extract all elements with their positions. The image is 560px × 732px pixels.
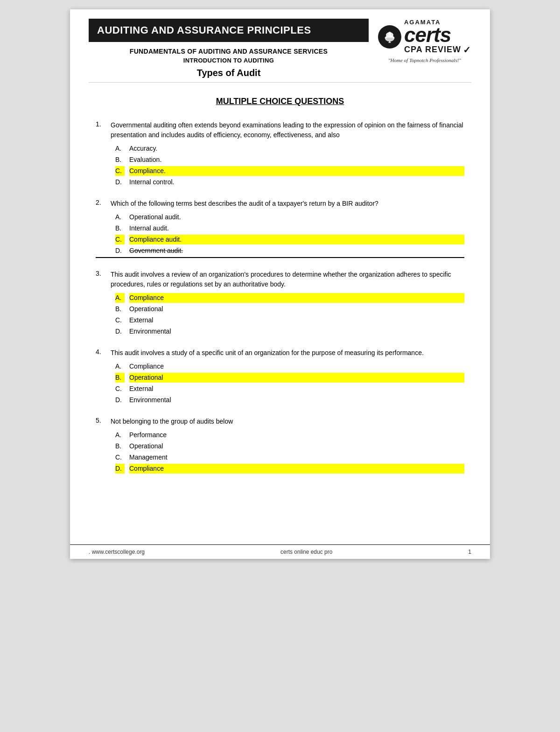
question-number: 4. (96, 348, 105, 358)
choice-item: C.External (115, 315, 464, 325)
header-left: AUDITING AND ASSURANCE PRINCIPLES FUNDAM… (89, 19, 369, 78)
choices-list: A.ComplianceB.OperationalC.ExternalD.Env… (115, 362, 464, 405)
subtitle-line2: INTRODUCTION TO AUDITING (93, 57, 364, 64)
checkmark-icon: ✓ (463, 44, 471, 56)
question-text: Which of the following terms best descri… (111, 199, 464, 209)
choices-list: A.PerformanceB.OperationalC.ManagementD.… (115, 430, 464, 474)
choice-text: Operational audit. (129, 212, 464, 222)
choice-letter: D. (115, 177, 125, 187)
choice-item: B.Operational (115, 304, 464, 314)
choice-item: D.Environmental (115, 327, 464, 336)
questions-container: 1.Governmental auditing often extends be… (96, 120, 464, 474)
choice-text: Compliance (129, 464, 464, 474)
choice-text: Internal audit. (129, 223, 464, 233)
choice-item: C.Management (115, 453, 464, 462)
choice-text: External (129, 384, 464, 394)
footer-center: certs online educ pro (280, 549, 332, 555)
choice-item: A.Compliance (115, 293, 464, 303)
choice-letter: B. (115, 441, 125, 451)
choice-letter: C. (115, 235, 125, 244)
footer: . www.certscollege.org certs online educ… (70, 544, 490, 559)
choice-text: Performance (129, 430, 464, 440)
choice-item: A.Accuracy. (115, 144, 464, 153)
choice-item: A.Compliance (115, 362, 464, 371)
question-number: 1. (96, 120, 105, 140)
choice-text: Operational (129, 373, 464, 383)
question-text: This audit involves a study of a specifi… (111, 348, 464, 358)
question-text: This audit involves a review of an organ… (111, 270, 464, 289)
logo-section: AGAMATA certs CPA REVIEW ✓ "Home of Topn… (378, 19, 471, 78)
choice-text: Management (129, 453, 464, 462)
question-3: 3.This audit involves a review of an org… (96, 270, 464, 336)
section-divider (96, 257, 464, 258)
logo-certs: certs (404, 26, 451, 44)
choice-text: Evaluation. (129, 155, 464, 165)
cpa-review-text: CPA REVIEW (404, 45, 461, 55)
choice-text: Environmental (129, 327, 464, 336)
question-row: 2.Which of the following terms best desc… (96, 199, 464, 209)
subtitle-block: FUNDAMENTALS OF AUDITING AND ASSURANCE S… (89, 48, 369, 78)
question-number: 5. (96, 417, 105, 426)
choice-text: Compliance audit. (129, 235, 464, 244)
question-number: 3. (96, 270, 105, 289)
choice-letter: C. (115, 453, 125, 462)
logo-right-text: AGAMATA certs CPA REVIEW ✓ (404, 19, 471, 56)
question-text: Governmental auditing often extends beyo… (111, 120, 464, 140)
question-4: 4.This audit involves a study of a speci… (96, 348, 464, 405)
choice-letter: A. (115, 144, 125, 153)
choice-item: B.Evaluation. (115, 155, 464, 165)
choice-letter: D. (115, 395, 125, 405)
choice-text: Compliance (129, 293, 464, 303)
choice-item: D.Internal control. (115, 177, 464, 187)
logo-wrapper: AGAMATA certs CPA REVIEW ✓ "Home of Topn… (378, 19, 471, 63)
choice-letter: B. (115, 155, 125, 165)
question-row: 5.Not belonging to the group of audits b… (96, 417, 464, 426)
choice-letter: B. (115, 373, 125, 383)
question-5: 5.Not belonging to the group of audits b… (96, 417, 464, 474)
choice-text: Operational (129, 441, 464, 451)
logo-tagline: "Home of Topnotch Professionals!" (388, 57, 461, 63)
header: AUDITING AND ASSURANCE PRINCIPLES FUNDAM… (70, 9, 490, 78)
eagle-icon (378, 25, 401, 49)
choice-item: D.Government audit. (115, 246, 464, 256)
choice-item: C.Compliance. (115, 166, 464, 176)
choice-letter: B. (115, 223, 125, 233)
choice-letter: A. (115, 362, 125, 371)
choices-list: A.Accuracy.B.Evaluation.C.Compliance.D.I… (115, 144, 464, 187)
choice-text: Government audit. (129, 246, 464, 256)
page-title: AUDITING AND ASSURANCE PRINCIPLES (89, 19, 369, 42)
choice-item: A.Operational audit. (115, 212, 464, 222)
choice-letter: D. (115, 246, 125, 256)
choice-letter: A. (115, 212, 125, 222)
choice-text: Internal control. (129, 177, 464, 187)
question-1: 1.Governmental auditing often extends be… (96, 120, 464, 187)
choice-item: C.Compliance audit. (115, 235, 464, 244)
question-number: 2. (96, 199, 105, 209)
content-area: MULTIPLE CHOICE QUESTIONS 1.Governmental… (70, 83, 490, 495)
question-row: 4.This audit involves a study of a speci… (96, 348, 464, 358)
choice-letter: D. (115, 327, 125, 336)
choice-text: External (129, 315, 464, 325)
choice-letter: A. (115, 430, 125, 440)
question-2: 2.Which of the following terms best desc… (96, 199, 464, 258)
question-row: 3.This audit involves a review of an org… (96, 270, 464, 289)
choice-letter: C. (115, 166, 125, 176)
question-text: Not belonging to the group of audits bel… (111, 417, 464, 426)
choice-item: B.Operational (115, 373, 464, 383)
choice-item: C.External (115, 384, 464, 394)
choice-item: B.Internal audit. (115, 223, 464, 233)
choice-text: Compliance (129, 362, 464, 371)
choice-item: B.Operational (115, 441, 464, 451)
choice-letter: C. (115, 315, 125, 325)
subtitle-line1: FUNDAMENTALS OF AUDITING AND ASSURANCE S… (93, 48, 364, 55)
choice-text: Accuracy. (129, 144, 464, 153)
section-title: MULTIPLE CHOICE QUESTIONS (96, 97, 464, 106)
subtitle-line3: Types of Audit (93, 68, 364, 78)
logo-top-row: AGAMATA certs CPA REVIEW ✓ (378, 19, 471, 56)
choice-letter: A. (115, 293, 125, 303)
choice-letter: B. (115, 304, 125, 314)
question-row: 1.Governmental auditing often extends be… (96, 120, 464, 140)
choices-list: A.ComplianceB.OperationalC.ExternalD.Env… (115, 293, 464, 336)
choice-text: Compliance. (129, 166, 464, 176)
choice-item: D.Compliance (115, 464, 464, 474)
